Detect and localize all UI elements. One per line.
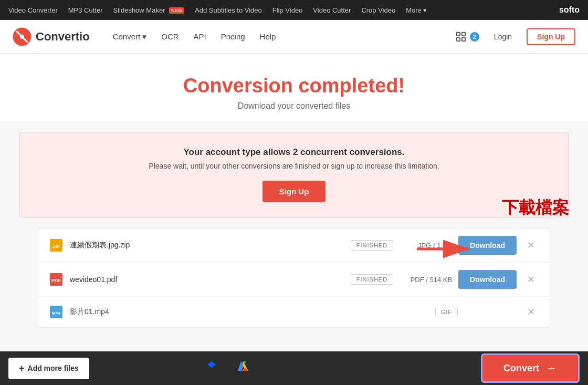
stack-icon-area[interactable]: 2 — [455, 31, 479, 43]
close-button[interactable]: ✕ — [523, 272, 539, 287]
login-link[interactable]: Login — [488, 29, 518, 44]
topbar-slideshow-maker[interactable]: Slideshow Maker NEW — [113, 6, 184, 14]
logo-text: Convertio — [36, 30, 90, 44]
queue-badge: 2 — [470, 32, 479, 41]
nav-links: Convert ▾ OCR API Pricing Help — [107, 28, 455, 46]
topbar-video-cutter[interactable]: Video Cutter — [313, 6, 351, 14]
new-badge: NEW — [169, 7, 184, 14]
svg-rect-5 — [457, 37, 460, 40]
nav-api[interactable]: API — [187, 28, 213, 45]
arrow-right-icon: → — [545, 361, 557, 375]
nav-convert[interactable]: Convert ▾ — [107, 28, 153, 46]
logo-area[interactable]: Convertio — [13, 27, 90, 46]
topbar-flip-video[interactable]: Flip Video — [272, 6, 303, 14]
file-name: 連續假期表.jpg.zip — [70, 241, 344, 250]
nav-right: 2 Login Sign Up — [455, 28, 575, 45]
topbar-crop-video[interactable]: Crop Video — [361, 6, 395, 14]
svg-text:MP4: MP4 — [52, 311, 61, 316]
hero-subtitle: Download your converted files — [10, 101, 578, 111]
hero-section: Conversion completed! Download your conv… — [0, 54, 588, 121]
table-row: MP4 影片01.mp4 GIF ✕ — [38, 297, 550, 327]
zip-icon: ZIP — [49, 238, 64, 253]
file-size: PDF / 514 KB — [400, 276, 452, 284]
stack-icon — [455, 31, 467, 43]
video-icon: MP4 — [49, 305, 64, 319]
hero-title: Conversion completed! — [10, 75, 578, 97]
svg-text:PDF: PDF — [51, 278, 61, 283]
svg-rect-6 — [462, 37, 465, 40]
warning-signup-button[interactable]: Sign Up — [262, 181, 326, 202]
svg-marker-15 — [207, 361, 216, 371]
download-button[interactable]: Download — [458, 236, 517, 255]
download-button[interactable]: Download — [458, 270, 517, 289]
file-list: ZIP 連續假期表.jpg.zip FINISHED JPG / 1.0... … — [38, 228, 550, 328]
topbar-brand: softo — [559, 5, 580, 15]
topbar-mp3-cutter[interactable]: MP3 Cutter — [68, 6, 103, 14]
topbar-add-subtitles[interactable]: Add Subtitles to Video — [195, 6, 262, 14]
file-name: 影片01.mp4 — [70, 307, 429, 317]
warning-box: Your account type allows 2 concurrent co… — [19, 132, 569, 217]
status-badge: GIF — [435, 307, 458, 317]
pdf-icon: PDF — [49, 272, 64, 287]
close-button[interactable]: ✕ — [523, 237, 539, 253]
convert-button[interactable]: Convert → — [481, 353, 580, 380]
bottom-icons — [204, 359, 250, 377]
warning-description: Please wait, until your other conversion… — [40, 162, 548, 170]
logo-icon — [13, 27, 32, 46]
file-name: wevideo01.pdf — [70, 275, 344, 284]
svg-text:ZIP: ZIP — [52, 244, 60, 249]
file-size: JPG / 1.0... — [400, 242, 452, 249]
plus-icon: + — [19, 363, 25, 374]
nav-pricing[interactable]: Pricing — [215, 28, 251, 45]
signup-button[interactable]: Sign Up — [527, 28, 575, 45]
topbar-more[interactable]: More ▾ — [406, 6, 427, 14]
status-badge: FINISHED — [351, 274, 393, 285]
warning-title: Your account type allows 2 concurrent co… — [40, 147, 548, 158]
top-bar: Video Converter MP3 Cutter Slideshow Mak… — [0, 0, 588, 20]
google-drive-icon[interactable] — [236, 359, 250, 377]
topbar-video-converter[interactable]: Video Converter — [8, 6, 58, 14]
dropbox-icon[interactable] — [204, 359, 219, 377]
add-files-button[interactable]: + Add more files — [8, 358, 89, 379]
nav-help[interactable]: Help — [254, 28, 282, 45]
close-button[interactable]: ✕ — [523, 304, 539, 320]
nav-ocr[interactable]: OCR — [155, 28, 185, 45]
svg-rect-4 — [462, 32, 465, 35]
status-badge: FINISHED — [351, 240, 393, 251]
file-list-wrapper: 下載檔案 ZIP 連續假期表.jpg.zip FINISHED JPG / 1.… — [19, 228, 569, 328]
table-row: ZIP 連續假期表.jpg.zip FINISHED JPG / 1.0... … — [38, 228, 550, 263]
bottom-bar: + Add more files Convert → — [0, 351, 588, 380]
svg-rect-3 — [457, 32, 460, 35]
table-row: PDF wevideo01.pdf FINISHED PDF / 514 KB … — [38, 263, 550, 297]
svg-point-2 — [20, 35, 24, 39]
main-nav: Convertio Convert ▾ OCR API Pricing Help… — [0, 20, 588, 54]
